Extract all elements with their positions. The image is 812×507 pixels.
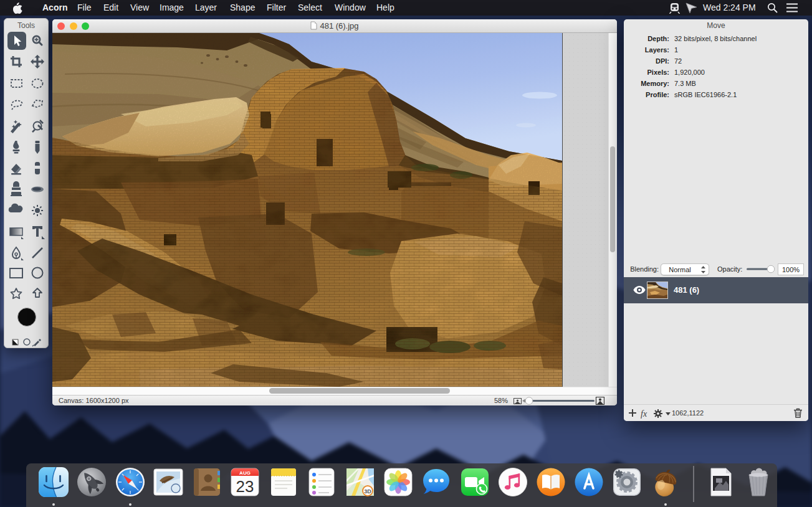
svg-text:23: 23 (236, 477, 254, 496)
svg-text:3D: 3D (364, 488, 371, 495)
svg-text:fx: fx (641, 409, 647, 419)
svg-text:AUG: AUG (239, 470, 251, 476)
